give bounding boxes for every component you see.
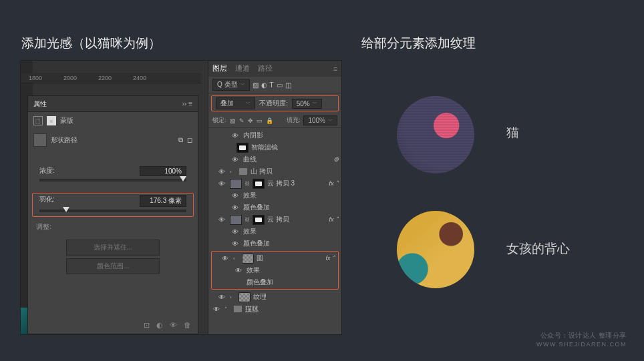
layer-circle[interactable]: 👁 ‹ 圆 fx ˄ <box>212 252 338 264</box>
lock-label: 锁定: <box>212 116 226 125</box>
effects-row[interactable]: 👁 效果 <box>208 190 341 202</box>
invert-icon[interactable]: ◐ <box>156 321 163 330</box>
fx-label[interactable]: fx ˄ <box>329 180 339 187</box>
filter-dropdown[interactable]: Q 类型﹀ <box>212 79 250 91</box>
filter-settings-icon[interactable]: ⚙ <box>333 156 339 163</box>
slider-thumb-icon[interactable] <box>63 207 69 212</box>
vector-mask-icon[interactable]: ⬚ <box>33 116 43 125</box>
layer-cloud-copy-3[interactable]: 👁 ⛓ 云 拷贝 3 fx ˄ <box>208 177 341 190</box>
layer-thumb-icon <box>238 292 251 302</box>
link-mask-icon[interactable]: ⧉ <box>178 136 183 144</box>
eye-icon[interactable]: 👁 <box>216 180 227 188</box>
eye-icon[interactable]: 👁 <box>230 228 240 236</box>
layer-label: 云 拷贝 <box>267 215 289 224</box>
color-overlay-row[interactable]: 👁 颜色叠加 <box>208 202 341 214</box>
texture-label-girl-vest: 女孩的背心 <box>506 240 570 258</box>
slider-thumb-icon[interactable] <box>180 176 186 182</box>
color-overlay-label: 颜色叠加 <box>243 203 270 212</box>
opacity-input[interactable]: 50%﹀ <box>292 99 322 109</box>
eye-icon[interactable]: 👁 <box>220 255 230 262</box>
smart-filters-row[interactable]: 智能滤镜 <box>208 141 341 153</box>
eye-icon[interactable]: 👁 <box>230 240 240 248</box>
density-label: 浓度: <box>39 166 55 176</box>
mask-type-row: ⬚ ■ 蒙版 <box>28 112 198 129</box>
trash-icon[interactable]: 🗑 <box>184 321 191 330</box>
layer-texture[interactable]: 👁 ‹ 纹理 <box>208 291 341 303</box>
color-overlay-row[interactable]: 👁 颜色叠加 <box>208 238 341 250</box>
fx-label[interactable]: fx ˄ <box>329 216 339 223</box>
color-overlay-row[interactable]: 颜色叠加 <box>212 276 338 288</box>
tab-paths[interactable]: 路径 <box>258 64 273 73</box>
layers-panel: 图层 通道 路径 ≡ Q 类型﹀ ▨ ◐ T ▭ ◫ 叠加﹀ 不透明度: 50%… <box>208 61 341 334</box>
effects-row[interactable]: 👁 效果 <box>212 264 338 276</box>
opacity-label: 不透明度: <box>259 99 288 108</box>
watermark-line2: WWW.SHEJIDAREN.COM <box>536 340 627 349</box>
texture-sample-girl-vest <box>397 211 474 288</box>
mask-thumb-icon <box>253 179 265 189</box>
fx-label[interactable]: fx ˄ <box>325 255 335 262</box>
eye-icon[interactable]: 👁 <box>211 306 222 313</box>
filter-smart-icon[interactable]: ◫ <box>285 81 291 89</box>
tab-channels[interactable]: 通道 <box>235 64 250 73</box>
eye-icon[interactable]: 👁 <box>233 267 244 274</box>
blend-mode-dropdown[interactable]: 叠加﹀ <box>216 97 255 109</box>
group-cat[interactable]: 👁 ˅ 猫咪 <box>208 303 341 315</box>
eye-icon[interactable]: 👁 <box>216 168 227 175</box>
select-and-mask-button[interactable]: 选择并遮住... <box>66 240 160 256</box>
layer-filter-row: Q 类型﹀ ▨ ◐ T ▭ ◫ <box>208 77 341 93</box>
lock-all-icon[interactable]: 🔒 <box>266 117 273 124</box>
eye-icon[interactable]: 👁 <box>230 204 240 212</box>
ruler-tick: 2400 <box>133 75 146 81</box>
color-overlay-label: 颜色叠加 <box>247 278 273 287</box>
layer-label: 纹理 <box>253 292 267 302</box>
chevron-down-icon[interactable]: ˅ <box>224 306 230 312</box>
watermark: 公众号：设计达人 整理分享 WWW.SHEJIDAREN.COM <box>536 331 627 349</box>
layer-label: 云 拷贝 3 <box>267 179 295 188</box>
lock-artboard-icon[interactable]: ▭ <box>257 117 263 124</box>
swatch-icon[interactable] <box>33 133 47 147</box>
density-value[interactable]: 100% <box>140 166 186 176</box>
pixel-mask-icon[interactable]: ■ <box>47 116 56 125</box>
ruler-tick: 2200 <box>98 75 112 81</box>
filter-type-icon[interactable]: T <box>270 81 274 89</box>
eye-icon[interactable]: 👁 <box>216 294 227 301</box>
curves-row[interactable]: 👁 曲线 ⚙ <box>208 153 341 165</box>
photoshop-ui: 1800 2000 2200 2400 属性 ›› ≡ ⬚ ■ 蒙版 形状路径 … <box>20 60 342 335</box>
eye-icon[interactable]: 👁 <box>230 132 240 139</box>
collapse-icon[interactable]: ›› ≡ <box>182 100 192 107</box>
tab-layers[interactable]: 图层 <box>212 64 227 73</box>
filter-adjust-icon[interactable]: ◐ <box>261 81 267 89</box>
group-label: 山 拷贝 <box>251 167 273 176</box>
effects-row[interactable]: 👁 效果 <box>208 226 341 238</box>
layer-cloud-copy[interactable]: 👁 ⛓ 云 拷贝 fx ˄ <box>208 214 341 226</box>
fill-input[interactable]: 100%﹀ <box>303 115 337 125</box>
filter-pixel-icon[interactable]: ▨ <box>253 81 259 89</box>
group-mountain-copy[interactable]: 👁 › 山 拷贝 <box>208 165 341 177</box>
feather-value[interactable]: 176.3 像素 <box>140 195 186 207</box>
eye-icon[interactable]: 👁 <box>230 192 240 200</box>
color-overlay-label: 颜色叠加 <box>243 239 270 248</box>
lock-paint-icon[interactable]: ✎ <box>239 117 245 124</box>
blend-mode-row: 叠加﹀ 不透明度: 50%﹀ <box>211 95 339 111</box>
filter-shape-icon[interactable]: ▭ <box>277 81 283 89</box>
chevron-right-icon[interactable]: ‹ <box>230 294 236 300</box>
chevron-right-icon[interactable]: › <box>230 169 236 175</box>
chevron-right-icon[interactable]: ‹ <box>233 256 239 262</box>
mask-from-selection-icon[interactable]: ⊡ <box>144 321 150 330</box>
feather-slider[interactable]: 羽化: 176.3 像素 <box>32 193 194 217</box>
effect-inner-shadow[interactable]: 👁 内阴影 <box>208 129 341 141</box>
color-range-button[interactable]: 颜色范围... <box>66 258 160 274</box>
ruler-tick: 1800 <box>29 75 42 81</box>
visibility-icon[interactable]: 👁 <box>170 321 177 330</box>
eye-icon[interactable]: 👁 <box>230 156 240 163</box>
watermark-line1: 公众号：设计达人 整理分享 <box>536 331 627 340</box>
eye-icon[interactable]: 👁 <box>216 216 227 224</box>
lock-trans-icon[interactable]: ▨ <box>230 117 236 124</box>
density-slider[interactable]: 浓度: 100% <box>32 164 194 186</box>
lock-move-icon[interactable]: ✥ <box>248 117 253 124</box>
tab-properties[interactable]: 属性 <box>33 99 47 109</box>
panel-menu-icon[interactable]: ≡ <box>333 65 337 73</box>
texture-sample-cat <box>397 96 474 173</box>
shape-path-row: 形状路径 ⧉ ◻ <box>28 129 198 151</box>
mask-box-icon[interactable]: ◻ <box>187 136 192 144</box>
